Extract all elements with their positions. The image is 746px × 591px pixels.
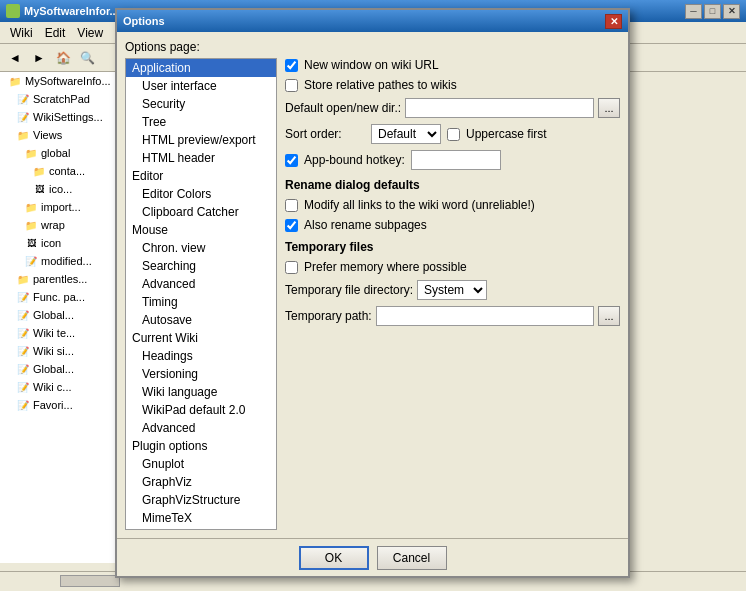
uppercase-label: Uppercase first [466, 127, 547, 141]
dialog-titlebar: Options ✕ [117, 10, 628, 32]
prefer-memory-row: Prefer memory where possible [285, 260, 620, 274]
nav-item-chron-view[interactable]: Chron. view [126, 239, 276, 257]
nav-item-headings[interactable]: Headings [126, 347, 276, 365]
content-panel: New window on wiki URL Store relative pa… [285, 58, 620, 530]
folder-icon [8, 74, 22, 88]
nav-item-tree[interactable]: Tree [126, 113, 276, 131]
sort-order-row: Sort order: Default Name Date Uppercase … [285, 124, 620, 144]
tree-item[interactable]: parentles... [0, 270, 121, 288]
nav-item-editor[interactable]: Editor [126, 167, 276, 185]
nav-item-html-preview[interactable]: HTML preview/export [126, 131, 276, 149]
temp-dir-select[interactable]: System Custom [417, 280, 487, 300]
default-open-input[interactable] [405, 98, 594, 118]
tree-item[interactable]: Views [0, 126, 121, 144]
tree-item[interactable]: ScratchPad [0, 90, 121, 108]
home-btn[interactable]: 🏠 [52, 47, 74, 69]
nav-item-mimetex[interactable]: MimeTeX [126, 509, 276, 527]
default-open-browse-btn[interactable]: ... [598, 98, 620, 118]
options-page-label: Options page: [125, 40, 620, 54]
tree-item[interactable]: MySoftwareInfo... [0, 72, 121, 90]
tree-item[interactable]: modified... [0, 252, 121, 270]
tree-item[interactable]: Favori... [0, 396, 121, 414]
nav-item-current-wiki[interactable]: Current Wiki [126, 329, 276, 347]
nav-item-plugin-options[interactable]: Plugin options [126, 437, 276, 455]
tree-item[interactable]: Global... [0, 306, 121, 324]
forward-btn[interactable]: ► [28, 47, 50, 69]
nav-item-graphvizstructure[interactable]: GraphVizStructure [126, 491, 276, 509]
nav-item-security[interactable]: Security [126, 95, 276, 113]
nav-item-autosave[interactable]: Autosave [126, 311, 276, 329]
tree-item[interactable]: Wiki te... [0, 324, 121, 342]
nav-item-gnuplot[interactable]: Gnuplot [126, 455, 276, 473]
nav-item-versioning[interactable]: Versioning [126, 365, 276, 383]
modify-links-label: Modify all links to the wiki word (unrel… [304, 198, 535, 212]
menu-edit[interactable]: Edit [39, 24, 72, 42]
tree-item[interactable]: Func. pa... [0, 288, 121, 306]
minimize-btn[interactable]: ─ [685, 4, 702, 19]
temp-dir-row: Temporary file directory: System Custom [285, 280, 620, 300]
app-bound-input[interactable] [411, 150, 501, 170]
sort-order-select[interactable]: Default Name Date [371, 124, 441, 144]
tree-item[interactable]: wrap [0, 216, 121, 234]
nav-item-user-interface[interactable]: User interface [126, 77, 276, 95]
tree-item[interactable]: icon [0, 234, 121, 252]
nav-item-advanced-2[interactable]: Advanced [126, 419, 276, 437]
nav-item-html-header[interactable]: HTML header [126, 149, 276, 167]
prefer-memory-label: Prefer memory where possible [304, 260, 467, 274]
temp-path-label: Temporary path: [285, 309, 372, 323]
nav-item-timing[interactable]: Timing [126, 293, 276, 311]
tree-item[interactable]: ico... [0, 180, 121, 198]
dialog-close-btn[interactable]: ✕ [605, 14, 622, 29]
nav-item-searching[interactable]: Searching [126, 257, 276, 275]
page-icon [16, 380, 30, 394]
cancel-button[interactable]: Cancel [377, 546, 447, 570]
nav-item-wiki-language[interactable]: Wiki language [126, 383, 276, 401]
scroll-indicator[interactable] [60, 575, 120, 587]
ok-button[interactable]: OK [299, 546, 369, 570]
nav-item-mouse[interactable]: Mouse [126, 221, 276, 239]
rename-subpages-checkbox[interactable] [285, 219, 298, 232]
folder-icon [24, 146, 38, 160]
page-icon [16, 326, 30, 340]
bg-tree-panel: MySoftwareInfo... ScratchPad WikiSetting… [0, 72, 122, 563]
back-btn[interactable]: ◄ [4, 47, 26, 69]
menu-wiki[interactable]: Wiki [4, 24, 39, 42]
uppercase-checkbox[interactable] [447, 128, 460, 141]
options-dialog: Options ✕ Options page: Application User… [115, 8, 630, 578]
nav-item-clipboard-catcher[interactable]: Clipboard Catcher [126, 203, 276, 221]
nav-item-graphviz[interactable]: GraphViz [126, 473, 276, 491]
temp-dir-label: Temporary file directory: [285, 283, 413, 297]
dialog-body: Options page: Application User interface… [117, 32, 628, 538]
prefer-memory-checkbox[interactable] [285, 261, 298, 274]
tree-item[interactable]: import... [0, 198, 121, 216]
nav-item-application[interactable]: Application [126, 59, 276, 77]
temp-path-input[interactable] [376, 306, 594, 326]
tree-item[interactable]: Wiki c... [0, 378, 121, 396]
folder-icon [16, 128, 30, 142]
tree-item[interactable]: WikiSettings... [0, 108, 121, 126]
search-btn[interactable]: 🔍 [76, 47, 98, 69]
temp-path-browse-btn[interactable]: ... [598, 306, 620, 326]
bg-close-btn[interactable]: ✕ [723, 4, 740, 19]
page-icon [16, 290, 30, 304]
tree-item[interactable]: conta... [0, 162, 121, 180]
store-relative-checkbox[interactable] [285, 79, 298, 92]
modify-links-checkbox[interactable] [285, 199, 298, 212]
nav-item-ploticus[interactable]: Ploticus [126, 527, 276, 530]
tree-item[interactable]: Global... [0, 360, 121, 378]
nav-item-advanced-1[interactable]: Advanced [126, 275, 276, 293]
rename-subpages-row: Also rename subpages [285, 218, 620, 232]
tree-item[interactable]: global [0, 144, 121, 162]
nav-item-wikipad-default[interactable]: WikiPad default 2.0 [126, 401, 276, 419]
tree-item[interactable]: Wiki si... [0, 342, 121, 360]
app-bound-checkbox[interactable] [285, 154, 298, 167]
folder-icon [24, 200, 38, 214]
new-window-checkbox[interactable] [285, 59, 298, 72]
dialog-title: Options [123, 15, 605, 27]
folder-icon [24, 218, 38, 232]
page-icon [16, 308, 30, 322]
bg-title: MySoftwareInfor... [24, 5, 119, 17]
nav-item-editor-colors[interactable]: Editor Colors [126, 185, 276, 203]
maximize-btn[interactable]: □ [704, 4, 721, 19]
menu-view[interactable]: View [71, 24, 109, 42]
